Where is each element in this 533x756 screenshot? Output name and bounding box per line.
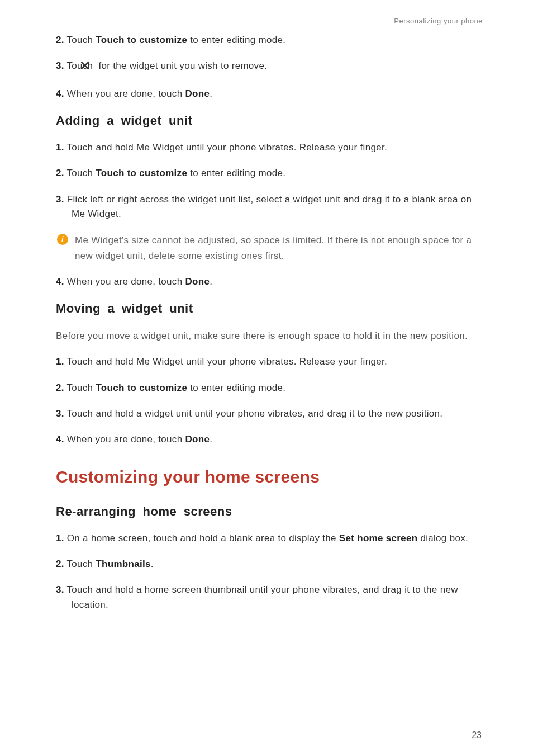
- intro-text: Before you move a widget unit, make sure…: [56, 328, 483, 343]
- step-text: Touch: [67, 35, 96, 45]
- step-text: to enter editing mode.: [187, 168, 285, 178]
- step-text: for the widget unit you wish to remove.: [96, 60, 267, 71]
- ui-label: Touch to customize: [96, 168, 187, 178]
- step-text: to enter editing mode.: [187, 382, 285, 393]
- step-text: .: [210, 88, 212, 99]
- step-number: 2.: [56, 559, 64, 569]
- heading-rearranging-home: Re-arranging home screens: [56, 504, 483, 519]
- ui-label: Done: [185, 88, 210, 99]
- heading-adding-widget: Adding a widget unit: [56, 114, 483, 128]
- step-text: dialog box.: [417, 533, 468, 544]
- step-number: 3.: [56, 194, 64, 205]
- step-number: 1.: [56, 356, 64, 367]
- info-icon-glyph: i: [57, 234, 68, 245]
- step-item: 4. When you are done, touch Done.: [56, 275, 483, 289]
- info-icon: i: [57, 234, 68, 245]
- step-text: Touch and hold Me Widget until your phon…: [67, 142, 387, 153]
- page-header: Personalizing your phone: [56, 17, 483, 25]
- step-item: 2. Touch Touch to customize to enter edi…: [56, 166, 483, 181]
- step-text: .: [210, 276, 212, 287]
- step-text: Touch: [67, 559, 96, 569]
- step-item: 2. Touch Thumbnails.: [56, 557, 483, 571]
- info-note: i Me Widget's size cannot be adjusted, s…: [56, 233, 483, 263]
- step-item: 1. Touch and hold Me Widget until your p…: [56, 355, 483, 369]
- step-number: 2.: [56, 382, 64, 393]
- step-text: Touch and hold Me Widget until your phon…: [67, 356, 387, 367]
- step-item: 3. Touch for the widget unit you wish to…: [56, 59, 483, 75]
- step-item: 2. Touch Touch to customize to enter edi…: [56, 33, 483, 48]
- ui-label: Done: [185, 276, 210, 287]
- step-item: 3. Touch and hold a widget unit until yo…: [56, 407, 483, 421]
- step-text: Touch and hold a home screen thumbnail u…: [67, 584, 458, 609]
- step-text: On a home screen, touch and hold a blank…: [67, 533, 339, 544]
- step-text: Touch: [67, 382, 96, 393]
- step-item: 3. Flick left or right across the widget…: [56, 192, 483, 222]
- step-number: 4.: [56, 276, 64, 287]
- step-text: .: [151, 559, 154, 569]
- step-number: 3.: [56, 408, 64, 419]
- heading-moving-widget: Moving a widget unit: [56, 301, 483, 316]
- step-text: Touch: [67, 168, 96, 178]
- step-text: When you are done, touch: [67, 434, 185, 445]
- ui-label: Set home screen: [339, 533, 418, 544]
- step-number: 1.: [56, 533, 64, 544]
- step-number: 4.: [56, 434, 64, 445]
- ui-label: Touch to customize: [96, 382, 187, 393]
- step-text: When you are done, touch: [67, 88, 185, 99]
- heading-customizing-home: Customizing your home screens: [56, 467, 483, 486]
- ui-label: Thumbnails: [96, 559, 150, 569]
- ui-label: Touch to customize: [96, 35, 187, 45]
- step-number: 1.: [56, 142, 64, 153]
- info-text: Me Widget's size cannot be adjusted, so …: [75, 233, 483, 263]
- step-item: 4. When you are done, touch Done.: [56, 432, 483, 447]
- step-item: 3. Touch and hold a home screen thumbnai…: [56, 583, 483, 612]
- step-number: 4.: [56, 88, 64, 99]
- step-item: 4. When you are done, touch Done.: [56, 87, 483, 101]
- step-text: When you are done, touch: [67, 276, 185, 287]
- step-number: 2.: [56, 168, 64, 178]
- step-number: 2.: [56, 35, 64, 45]
- step-number: 3.: [56, 584, 64, 595]
- page: Personalizing your phone 2. Touch Touch …: [0, 0, 533, 756]
- page-number: 23: [472, 730, 482, 740]
- step-item: 2. Touch Touch to customize to enter edi…: [56, 381, 483, 395]
- step-text: .: [210, 434, 212, 445]
- step-text: Touch and hold a widget unit until your …: [67, 408, 443, 419]
- step-item: 1. Touch and hold Me Widget until your p…: [56, 140, 483, 155]
- step-item: 1. On a home screen, touch and hold a bl…: [56, 531, 483, 546]
- step-text: to enter editing mode.: [187, 35, 285, 45]
- step-text: Flick left or right across the widget un…: [67, 194, 472, 219]
- step-number: 3.: [56, 60, 64, 71]
- ui-label: Done: [185, 434, 210, 445]
